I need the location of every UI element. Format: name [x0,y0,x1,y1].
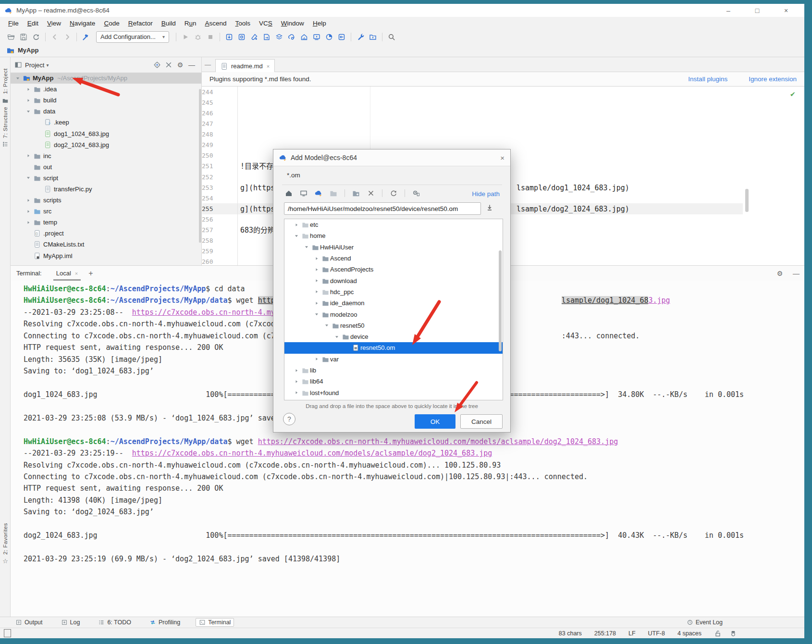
tree-row-scripts[interactable]: scripts [11,195,201,206]
tree-row-inc[interactable]: inc [11,150,201,161]
tree-row-script[interactable]: script [11,173,201,184]
chevron-down-icon[interactable] [24,109,32,114]
lock-icon[interactable] [714,630,722,637]
home-icon[interactable] [285,189,293,197]
toolwindow-button-profiling[interactable]: Profiling [147,619,183,626]
status-line-ending[interactable]: LF [628,630,636,637]
chevron-right-icon[interactable] [292,390,300,396]
chevron-right-icon[interactable] [312,300,320,306]
tree-row-data[interactable]: data [11,106,201,117]
hide-path-link[interactable]: Hide path [472,190,500,198]
folder-plus-icon[interactable] [352,189,360,197]
path-input[interactable]: /home/HwHiAiUser/modelzoo/resnet50/devic… [284,202,481,215]
dialog-tree-row-lib[interactable]: lib [284,365,503,376]
chevron-right-icon[interactable] [312,278,320,284]
open-folder-icon[interactable] [5,32,17,42]
search-icon[interactable] [385,32,398,42]
tree-row-src[interactable]: src [11,206,201,217]
chevron-down-icon[interactable] [13,75,22,81]
dialog-tree-row-ide-daemon[interactable]: ide_daemon [284,297,503,309]
project-panel-title[interactable]: Project [25,62,44,69]
chevron-down-icon[interactable] [302,244,310,250]
path-download-icon[interactable] [486,204,493,211]
tree-row-build[interactable]: build [11,95,201,106]
editor-vscrollbar[interactable] [745,189,749,212]
event-log-button[interactable]: Event Log [687,619,723,626]
folder-dim-icon[interactable] [330,189,337,197]
monitor-play-icon[interactable] [310,32,323,42]
menu-item-run[interactable]: Run [180,18,201,28]
splitter-minus-icon[interactable]: — [205,61,211,68]
dialog-tree-row-resnet50[interactable]: resnet50 [284,320,503,331]
tree-row-transferpic-py[interactable]: transferPic.py [11,184,201,195]
toolwindow-toggle-icon[interactable] [4,629,11,637]
toolwindow-button-output[interactable]: Output [12,619,46,626]
sync-icon[interactable] [30,32,42,42]
tip-icon[interactable] [729,630,737,637]
close-button[interactable]: × [772,7,800,14]
tree-row-keep[interactable]: ?.keep [11,117,201,128]
tree-row-idea[interactable]: .idea [11,84,201,95]
menu-item-view[interactable]: View [43,18,65,28]
sidebar-item-1-project[interactable]: 1: Project [2,68,8,94]
breadcrumb[interactable]: MyApp [18,47,38,54]
menu-item-build[interactable]: Build [157,18,180,28]
stack-icon[interactable] [273,32,285,42]
tree-row-project[interactable]: ().project [11,228,201,239]
dialog-tree-row-var[interactable]: var [284,354,503,365]
eye-doc-icon[interactable] [412,189,420,197]
hide-panel-icon[interactable]: — [186,61,197,69]
dialog-tree-row-hwhiaiuser[interactable]: HwHiAiUser [284,242,503,253]
folder-run-icon[interactable] [367,32,379,42]
dialog-tree-row-modelzoo[interactable]: modelzoo [284,309,503,320]
hammer-icon[interactable] [80,32,92,42]
chevron-right-icon[interactable] [24,153,32,159]
tree-row-out[interactable]: out [11,161,201,173]
tree-row-cmakelists-txt[interactable]: CMakeLists.txt [11,239,201,250]
chevron-right-icon[interactable] [312,267,320,272]
chevron-right-icon[interactable] [292,379,300,384]
dialog-tree-row-lib64[interactable]: lib64 [284,376,503,387]
toolwindow-button-terminal[interactable]: Terminal [196,618,234,627]
status-caret-position[interactable]: 255:178 [594,630,616,637]
tree-row-myapp[interactable]: MyApp~/AscendProjects/MyApp [11,73,201,84]
monitor-icon[interactable] [300,189,308,197]
chevron-right-icon[interactable] [312,289,320,295]
chevron-right-icon[interactable] [312,356,320,362]
help-button[interactable]: ? [283,413,295,425]
menu-item-help[interactable]: Help [308,18,331,28]
dialog-tree-row-download[interactable]: download [284,275,503,286]
tree-row-dog2-1024-683-jpg[interactable]: dog2_1024_683.jpg [11,139,201,150]
refresh-icon[interactable] [390,189,397,197]
menu-item-file[interactable]: File [4,18,23,28]
terminal-tab-local[interactable]: Local × [53,266,81,281]
toolwindow-button-6-todo[interactable]: 6: TODO [95,619,134,626]
stop-icon[interactable] [204,32,217,42]
tab-close-icon[interactable]: × [267,63,270,69]
menu-item-ascend[interactable]: Ascend [201,18,231,28]
minimize-button[interactable]: – [714,7,743,14]
menu-item-tools[interactable]: Tools [231,18,255,28]
menu-item-code[interactable]: Code [99,18,123,28]
paint-icon[interactable] [248,32,260,42]
save-icon[interactable] [17,32,30,42]
inspections-ok-icon[interactable]: ✔ [790,90,796,98]
chevron-right-icon[interactable] [24,220,32,225]
chevron-right-icon[interactable] [24,98,32,103]
terminal-settings-gear-icon[interactable]: ⚙ [772,270,788,277]
chevron-right-icon[interactable] [292,222,300,228]
dialog-tree-row-lost-found[interactable]: lost+found [284,387,503,398]
chevron-right-icon[interactable] [24,209,32,214]
tree-row-dog1-1024-683-jpg[interactable]: dog1_1024_683.jpg [11,128,201,139]
chevron-down-icon[interactable] [322,322,331,328]
chevron-right-icon[interactable] [312,256,320,261]
pie-icon[interactable] [323,32,335,42]
close-x-icon[interactable] [367,189,375,197]
status-encoding[interactable]: UTF-8 [648,630,665,637]
maximize-button[interactable]: □ [743,7,772,14]
toolwindow-button-log[interactable]: Log [58,619,83,626]
project-scrollbar[interactable] [199,89,201,243]
dialog-title-bar[interactable]: Add Model@ecs-8c64 × [273,149,510,166]
cancel-button[interactable]: Cancel [460,414,503,429]
dialog-tree-scrollbar[interactable] [499,250,502,351]
